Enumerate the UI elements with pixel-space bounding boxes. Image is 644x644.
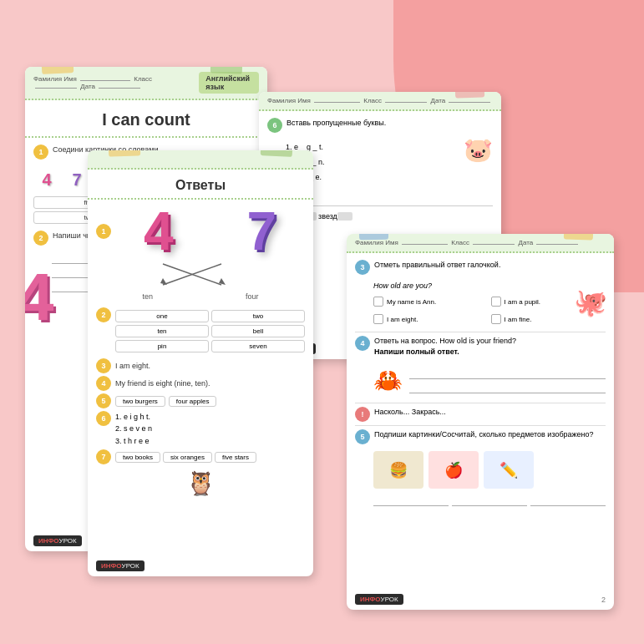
tape-decoration [210,67,242,74]
checkbox-3[interactable] [373,314,383,324]
ans-7-content: two books six oranges five stars [115,452,256,463]
task-2-num: 2 [33,231,48,246]
decorative-number: 4 [25,259,54,336]
arrow-diagram [113,260,288,292]
divider [355,332,606,332]
worksheet-title: I can count [25,100,267,138]
answer-6: 6 1. e i g h t. 2. s e v e n 3. t h r e … [96,411,305,447]
ans-2-words: one two ten bell pin seven [115,310,305,352]
tape-decoration-blue [359,234,388,240]
ans-word-pin: pin [115,340,209,352]
ans-word-seven: seven [211,340,305,352]
tape-decoration [455,92,484,99]
checkbox-1[interactable] [373,297,383,307]
partial-task-num: ! [355,407,370,422]
divider-2 [355,403,606,403]
task-5-container: 5 Подпиши картинки/Сосчитай, сколько пре… [355,429,606,509]
answer-line-2 [409,382,606,393]
word-four: four [246,292,259,301]
pencil-img: ✏️ [484,451,534,489]
ans-word-bell: bell [211,325,305,337]
ans-6-lines: 1. e i g h t. 2. s e v e n 3. t h r e e [115,411,152,447]
option-1-text: My name is Ann. [387,298,436,306]
option-3-text: I am eight. [387,316,418,323]
write-line-food-1 [373,494,449,506]
write-line-food-2 [452,494,527,506]
num-4: 4 [33,166,60,193]
page-number: 2 [601,596,606,604]
answer-2: 2 one two ten bell pin seven [96,307,305,355]
brand-prefix: ИНФО [101,562,122,570]
ans-7-num: 7 [96,449,111,464]
answer-7: 7 two books six oranges five stars [96,449,305,464]
ans-2-num: 2 [96,307,111,322]
ans-7-text1: two books [115,452,160,463]
right-bottom-footer: ИНФОУРОК 2 [355,594,606,605]
crab-decoration: 🦀 [373,367,403,394]
ans-4-text: My friend is eight (nine, ten). [115,379,210,388]
answers-footer: ИНФОУРОК [96,560,305,571]
task-4-num: 4 [355,336,370,351]
ans-6-line2: 2. s e v e n [115,423,152,434]
task-6-item2: 2. s _ v _ n. [286,155,493,170]
ans-word-one: one [115,310,209,322]
option-3: I am eight. [373,314,489,324]
ans-5-num: 5 [96,393,111,408]
task-5-num: 5 [355,429,370,444]
ans-5-content: two burgers four apples [115,396,216,407]
options-grid: My name is Ann. I am a pupil. I am eight… [373,294,606,327]
ans-3-num: 3 [96,358,111,373]
answer-1: 1 4 7 [96,205,305,258]
owl-decoration: 🦉 [96,469,305,497]
task-4-row: 4 Ответь на вопрос. How old is your frie… [355,336,606,357]
task-6-item1: 1. e _ g _ t. [286,139,493,155]
task-4-content: 🦀 [373,363,606,398]
burger-img: 🍔 [373,451,423,489]
answer-3: 3 I am eight. [96,358,305,373]
task-4-subtext: Напиши полный ответ. [374,347,516,357]
task-3-question: How old are you? [373,281,606,290]
task-6-text: Вставь пропущенные буквы. [287,118,386,129]
task-6-item3: 3. t _ r _ e. [286,170,493,185]
big-num-4: 4 [144,205,174,258]
task-4-container: 4 Ответь на вопрос. How old is your frie… [355,336,606,398]
ans-1-num: 1 [96,224,111,239]
partial-task-row: ! Насколь... Закрась... [355,407,606,422]
header-text: Фамилия Имя Класс Дата [33,75,199,90]
task-6-num: 6 [267,118,282,133]
ans-6-num: 6 [96,411,111,426]
answers-title: Ответы [88,170,313,200]
divider-3 [355,425,606,426]
answer-4: 4 My friend is eight (nine, ten). [96,376,305,391]
right-bottom-worksheet: Фамилия Имя Класс Дата 🐙 3 Отметь правил… [347,234,614,610]
task-4-text-block: Ответь на вопрос. How old is your friend… [374,336,516,357]
write-line-food-3 [530,494,606,506]
ans-6-line3: 3. t h r e e [115,435,152,447]
pig-decoration: 🐷 [464,136,493,164]
checkbox-4[interactable] [491,314,501,324]
answer-line-1 [409,368,606,379]
partial-task-text: Насколь... Закрась... [374,407,446,418]
task-3-num: 3 [355,260,370,275]
option-1: My name is Ann. [373,297,489,307]
answer-5: 5 two burgers four apples [96,393,305,408]
brand-logo: ИНФОУРОК [33,535,82,546]
num-7: 7 [63,166,90,193]
task-5-row: 5 Подпиши картинки/Сосчитай, сколько пре… [355,429,606,444]
big-num-7: 7 [246,205,276,258]
ans-7-text2: six oranges [163,452,212,463]
word-ten: ten [142,292,153,301]
ans-3-text: I am eight. [115,362,150,370]
answers-card: Ответы 1 4 7 ten four 2 o [88,150,313,576]
svg-marker-3 [160,278,167,285]
checkbox-2[interactable] [491,297,501,307]
brand-prefix: ИНФО [38,537,59,545]
write-area [409,365,606,396]
task-4-text: Ответь на вопрос. How old is your friend… [374,336,516,347]
brand-logo-answers: ИНФОУРОК [96,560,145,571]
write-lines-row [373,492,606,509]
ans-6-line1: 1. e i g h t. [115,411,152,423]
brand-suffix: УРОК [122,562,139,570]
food-images: 🍔 🍎 ✏️ [373,451,606,489]
apple-img: 🍎 [428,451,479,489]
